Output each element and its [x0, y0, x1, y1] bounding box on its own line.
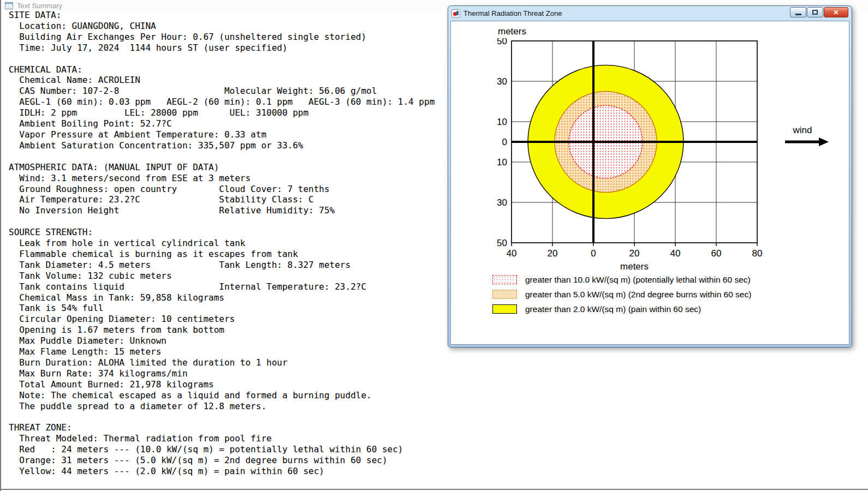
- legend-swatch-orange: [492, 290, 517, 299]
- summary-line: [9, 151, 435, 162]
- summary-line: Max Burn Rate: 374 kilograms/min: [9, 368, 435, 379]
- y-axis-label: meters: [498, 26, 526, 37]
- summary-line: Yellow: 44 meters --- (2.0 kW/(sq m) = p…: [9, 466, 435, 477]
- summary-line: Ambient Boiling Point: 52.7?C: [9, 118, 435, 129]
- summary-line: AEGL-1 (60 min): 0.03 ppm AEGL-2 (60 min…: [9, 97, 435, 107]
- summary-line: THREAT ZONE:: [9, 422, 435, 433]
- threat-window-client: meters 40200204060805030100103050metersw…: [450, 21, 849, 345]
- maximize-button[interactable]: [807, 7, 823, 17]
- threat-plot: 40200204060805030100103050meterswind: [487, 38, 836, 273]
- y-tick-label: 10: [497, 157, 507, 167]
- summary-line: SITE DATA:: [9, 10, 435, 21]
- summary-line: Air Temperature: 23.2?C Stability Class:…: [9, 194, 435, 205]
- wind-label: wind: [793, 125, 812, 135]
- legend: greater than 10.0 kW/(sq m) (potentially…: [492, 275, 751, 319]
- summary-line: Time: July 17, 2024 1144 hours ST (user …: [9, 43, 435, 53]
- x-tick-label: 60: [711, 248, 722, 259]
- summary-line: Vapor Pressure at Ambient Temperature: 0…: [9, 129, 435, 140]
- summary-line: IDLH: 2 ppm LEL: 28000 ppm UEL: 310000 p…: [9, 107, 435, 118]
- summary-line: [9, 412, 435, 423]
- y-tick-label: 0: [502, 137, 507, 147]
- x-tick-label: 40: [670, 248, 681, 259]
- legend-swatch-red: [492, 275, 517, 284]
- summary-line: Tank contains liquid Internal Temperatur…: [9, 282, 435, 292]
- x-tick-label: 0: [591, 248, 596, 259]
- document-icon: [5, 2, 13, 9]
- threat-zone-window: Thermal Radiation Threat Zone ✕ meters 4…: [448, 5, 852, 348]
- y-tick-label: 30: [497, 76, 507, 87]
- summary-line: Location: GUANGDONG, CHINA: [9, 21, 435, 32]
- wind-arrow-head: [819, 137, 829, 146]
- minimize-icon: [795, 14, 801, 15]
- summary-line: Total Amount Burned: 21,978 kilograms: [9, 379, 435, 390]
- summary-line: Ground Roughness: open country Cloud Cov…: [9, 184, 435, 195]
- summary-line: Max Puddle Diameter: Unknown: [9, 336, 435, 346]
- text-summary-title: Text Summary: [17, 2, 62, 10]
- window-controls: ✕: [790, 7, 848, 17]
- maximize-icon: [812, 10, 818, 15]
- summary-line: Chemical Mass in Tank: 59,858 kilograms: [9, 292, 435, 303]
- legend-row-red: greater than 10.0 kW/(sq m) (potentially…: [492, 275, 751, 284]
- summary-line: Circular Opening Diameter: 10 centimeter…: [9, 314, 435, 325]
- summary-line: Tank Diameter: 4.5 meters Tank Length: 8…: [9, 260, 435, 271]
- close-icon: ✕: [833, 9, 839, 16]
- summary-line: The puddle spread to a diameter of 12.8 …: [9, 401, 435, 412]
- x-axis-label: meters: [620, 261, 649, 272]
- legend-label-yellow: greater than 2.0 kW/(sq m) (pain within …: [525, 304, 701, 314]
- summary-line: [9, 216, 435, 227]
- summary-line: Flammable chemical is burning as it esca…: [9, 249, 435, 260]
- minimize-button[interactable]: [790, 7, 806, 17]
- x-tick-label: 40: [507, 248, 517, 259]
- x-tick-label: 20: [548, 248, 558, 259]
- summary-line: Opening is 1.67 meters from tank bottom: [9, 325, 435, 336]
- y-tick-label: 50: [497, 238, 507, 248]
- summary-line: Ambient Saturation Concentration: 335,50…: [9, 140, 435, 151]
- text-summary-body: SITE DATA: Location: GUANGDONG, CHINA Bu…: [9, 10, 435, 477]
- summary-line: Max Flame Length: 15 meters: [9, 346, 435, 357]
- x-tick-label: 20: [629, 248, 640, 259]
- summary-line: Red : 24 meters --- (10.0 kW/(sq m) = po…: [9, 444, 435, 455]
- summary-line: CHEMICAL DATA:: [9, 64, 435, 75]
- summary-line: Chemical Name: ACROLEIN: [9, 75, 435, 86]
- x-tick-label: 80: [752, 248, 763, 259]
- legend-row-orange: greater than 5.0 kW/(sq m) (2nd degree b…: [492, 290, 751, 299]
- summary-line: Tank is 54% full: [9, 303, 435, 314]
- legend-label-red: greater than 10.0 kW/(sq m) (potentially…: [525, 275, 751, 285]
- y-tick-label: 30: [497, 197, 507, 208]
- summary-line: Tank Volume: 132 cubic meters: [9, 271, 435, 282]
- summary-line: Building Air Exchanges Per Hour: 0.67 (u…: [9, 32, 435, 43]
- app-frame-left-edge: [0, 0, 1, 491]
- summary-line: Burn Duration: ALOHA limited the duratio…: [9, 357, 435, 368]
- summary-line: Leak from hole in vertical cylindrical t…: [9, 238, 435, 249]
- app-frame-bottom-edge: [0, 489, 868, 490]
- summary-line: [9, 53, 435, 64]
- summary-line: No Inversion Height Relative Humidity: 7…: [9, 205, 435, 216]
- summary-line: ATMOSPHERIC DATA: (MANUAL INPUT OF DATA): [9, 162, 435, 173]
- summary-line: Wind: 3.1 meters/second from ESE at 3 me…: [9, 173, 435, 184]
- summary-line: Orange: 31 meters --- (5.0 kW/(sq m) = 2…: [9, 455, 435, 466]
- summary-line: Threat Modeled: Thermal radiation from p…: [9, 433, 435, 444]
- threat-window-title: Thermal Radiation Threat Zone: [463, 9, 787, 17]
- y-tick-label: 10: [497, 117, 507, 127]
- y-tick-label: 50: [497, 38, 507, 46]
- summary-line: CAS Number: 107-2-8 Molecular Weight: 56…: [9, 86, 435, 97]
- legend-label-orange: greater than 5.0 kW/(sq m) (2nd degree b…: [525, 290, 751, 300]
- threat-window-titlebar[interactable]: Thermal Radiation Threat Zone ✕: [448, 6, 852, 21]
- legend-row-yellow: greater than 2.0 kW/(sq m) (pain within …: [492, 304, 751, 314]
- aloha-app-icon: [451, 9, 460, 17]
- legend-swatch-yellow: [492, 304, 517, 314]
- summary-line: Note: The chemical escaped as a liquid a…: [9, 390, 435, 401]
- summary-line: SOURCE STRENGTH:: [9, 227, 435, 238]
- close-button[interactable]: ✕: [824, 7, 848, 17]
